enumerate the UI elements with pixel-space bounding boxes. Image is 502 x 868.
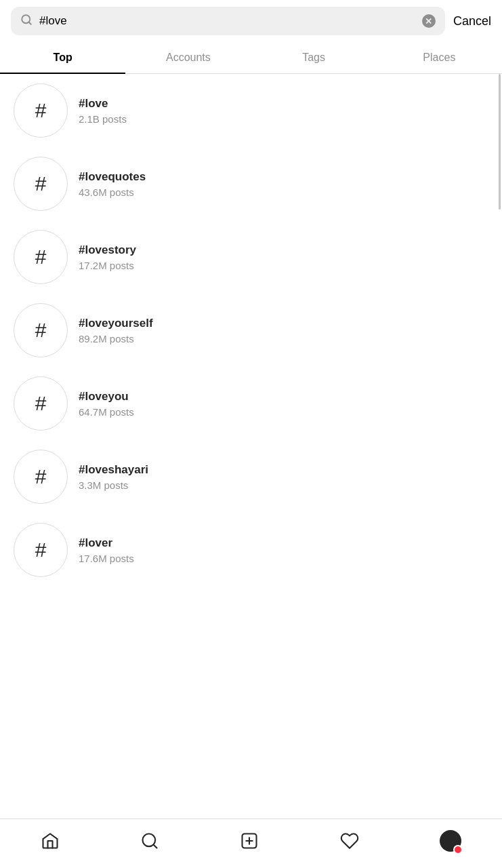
hashtag-icon: # [14,230,68,284]
scrollbar-thumb [499,74,501,210]
content-area: # #love 2.1B posts # #lovequotes 43.6M p… [0,74,502,587]
hashtag-icon: # [14,450,68,504]
profile-nav-button[interactable] [434,827,467,854]
hashtag-name: #loveyourself [79,317,153,330]
bottom-nav [0,818,502,868]
hashtag-posts: 89.2M posts [79,333,153,344]
hashtag-name: #lover [79,536,134,550]
cancel-button[interactable]: Cancel [453,14,491,28]
list-item[interactable]: # #loveyou 64.7M posts [0,367,502,440]
search-icon [20,14,33,28]
tab-top[interactable]: Top [0,42,125,73]
list-item[interactable]: # #lovequotes 43.6M posts [0,147,502,220]
list-item[interactable]: # #lover 17.6M posts [0,513,502,587]
list-item[interactable]: # #lovestory 17.2M posts [0,220,502,294]
hashtag-icon: # [14,83,68,138]
tab-tags[interactable]: Tags [251,42,377,73]
list-item[interactable]: # #loveshayari 3.3M posts [0,440,502,513]
hashtag-posts: 64.7M posts [79,406,134,418]
hashtag-name: #love [79,97,127,111]
scrollbar-track [499,74,501,587]
hashtag-name: #loveshayari [79,463,148,477]
activity-nav-button[interactable] [335,829,364,853]
hashtag-posts: 43.6M posts [79,186,146,198]
profile-avatar [440,830,461,852]
list-item[interactable]: # #love 2.1B posts [0,74,502,147]
hashtag-posts: 17.2M posts [79,260,136,271]
clear-button[interactable]: ✕ [422,14,436,28]
search-nav-button[interactable] [135,829,165,853]
add-nav-button[interactable] [234,829,264,853]
svg-line-1 [28,22,30,24]
search-input[interactable] [39,14,415,28]
svg-line-3 [154,844,157,848]
hashtag-name: #loveyou [79,390,134,403]
hashtag-name: #lovestory [79,243,136,257]
add-icon [240,831,259,850]
hashtag-list: # #love 2.1B posts # #lovequotes 43.6M p… [0,74,502,587]
hashtag-icon: # [14,376,68,431]
home-nav-button[interactable] [35,829,65,853]
tab-places[interactable]: Places [377,42,502,73]
hashtag-icon: # [14,303,68,357]
clear-icon: ✕ [422,14,436,28]
heart-icon [340,831,359,850]
hashtag-icon: # [14,523,68,577]
hashtag-icon: # [14,157,68,211]
hashtag-posts: 17.6M posts [79,553,134,564]
home-icon [41,831,60,850]
hashtag-name: #lovequotes [79,170,146,184]
search-bar: ✕ Cancel [0,0,502,42]
search-nav-icon [140,831,159,850]
tab-accounts[interactable]: Accounts [125,42,251,73]
search-input-wrapper: ✕ [11,7,445,35]
tab-bar: Top Accounts Tags Places [0,42,502,74]
hashtag-posts: 3.3M posts [79,479,148,491]
list-item[interactable]: # #loveyourself 89.2M posts [0,294,502,367]
hashtag-posts: 2.1B posts [79,113,127,125]
